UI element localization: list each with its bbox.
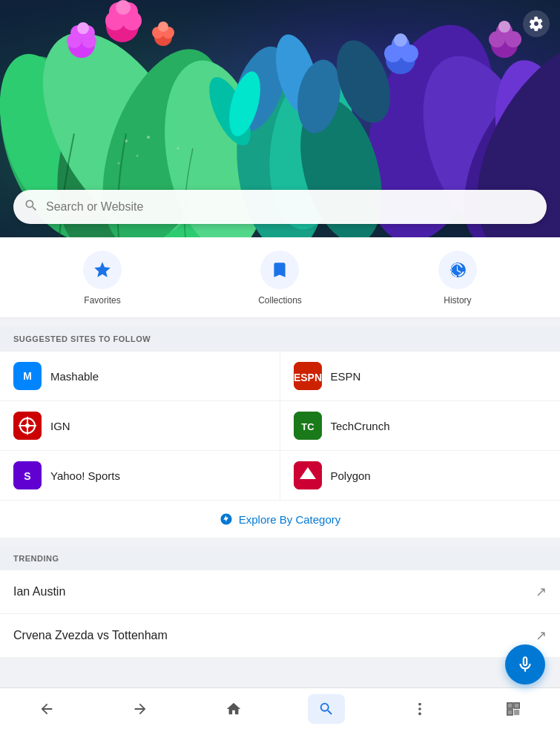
favorites-button[interactable]: Favorites [83,251,122,306]
more-icon [412,701,428,717]
site-item-techcrunch[interactable]: TC TechCrunch [280,401,561,451]
explore-label: Explore By Category [239,513,341,526]
ign-logo-svg [13,412,42,440]
star-icon [93,260,112,280]
tabs-icon [505,701,521,717]
explore-by-category-button[interactable]: Explore By Category [0,501,560,538]
polygon-logo [294,461,322,489]
svg-point-62 [25,423,30,428]
search-bar-wrapper [13,190,547,224]
site-item-polygon[interactable]: Polygon [280,451,561,501]
ign-name: IGN [50,420,70,432]
svg-text:S: S [24,470,30,482]
back-button[interactable] [28,694,65,724]
espn-logo: ESPN [294,362,322,390]
hero-banner [0,0,560,237]
sites-grid: M Mashable ESPN ESPN [0,351,560,501]
back-arrow-icon [39,701,55,717]
site-item-ign[interactable]: IGN [0,401,280,451]
site-item-yahoo-sports[interactable]: S Yahoo! Sports [0,451,280,501]
yahoo-sports-logo-svg: S [13,461,42,489]
bottom-navigation [0,687,560,729]
svg-text:ESPN: ESPN [294,372,322,383]
svg-point-55 [177,148,179,150]
svg-point-48 [498,21,510,33]
microphone-icon [515,655,535,674]
history-button[interactable]: History [438,251,477,306]
mashable-logo: M [13,362,42,390]
microphone-button[interactable] [505,644,545,685]
search-input[interactable] [13,190,547,224]
site-item-mashable[interactable]: M Mashable [0,352,280,401]
trending-item-ian-austin[interactable]: Ian Austin ↗ [0,570,560,614]
home-icon [225,701,242,717]
suggested-sites-section: SUGGESTED SITES TO FOLLOW M Mashable ESP… [0,327,560,538]
gear-icon [529,16,544,31]
trending-arrow-icon: ↗ [536,584,547,600]
site-item-espn[interactable]: ESPN ESPN [280,352,561,401]
svg-point-34 [116,0,131,15]
trending-text-ian-austin: Ian Austin [13,585,65,598]
history-label: History [444,295,471,306]
espn-logo-svg: ESPN [294,362,322,390]
svg-point-28 [77,22,89,34]
search-nav-button[interactable] [308,694,345,724]
collections-button[interactable]: Collections [258,251,302,306]
yahoo-sports-logo: S [13,461,42,489]
svg-point-52 [136,155,139,157]
trending-arrow-icon-2: ↗ [536,627,547,644]
techcrunch-name: TechCrunch [331,420,390,432]
svg-point-53 [118,162,120,165]
settings-button[interactable] [523,10,550,37]
espn-name: ESPN [331,370,361,383]
search-nav-icon [318,701,335,717]
forward-arrow-icon [132,701,148,717]
tabs-button[interactable] [495,694,532,724]
collections-label: Collections [258,295,302,306]
home-button[interactable] [215,694,252,724]
collections-icon-bg [260,251,299,289]
yahoo-sports-name: Yahoo! Sports [50,469,120,482]
explore-icon [220,512,233,526]
forward-button[interactable] [122,694,159,724]
trending-section: TRENDING Ian Austin ↗ Crvena Zvezda vs T… [0,547,560,658]
history-icon-bg [438,251,477,289]
svg-point-38 [158,22,168,32]
suggested-sites-header: SUGGESTED SITES TO FOLLOW [0,327,560,351]
svg-point-69 [418,707,421,710]
clock-icon [448,260,467,280]
svg-text:TC: TC [301,421,314,432]
quick-actions-row: Favorites Collections History [0,237,560,318]
favorites-label: Favorites [84,295,120,306]
ign-logo [13,412,42,440]
more-options-button[interactable] [401,694,438,724]
techcrunch-logo: TC [294,412,322,440]
polygon-name: Polygon [331,469,371,482]
trending-item-crvena[interactable]: Crvena Zvezda vs Tottenham ↗ [0,614,560,658]
trending-text-crvena: Crvena Zvezda vs Tottenham [13,629,168,642]
trending-header: TRENDING [0,547,560,570]
svg-point-43 [394,33,407,47]
svg-point-70 [418,702,421,705]
favorites-icon-bg [83,251,122,289]
svg-point-54 [147,136,150,139]
main-content: Favorites Collections History SUGGESTED … [0,237,560,687]
polygon-logo-svg [294,461,322,489]
svg-point-71 [418,712,421,715]
techcrunch-logo-svg: TC [294,412,322,440]
bookmark-icon [270,260,289,280]
mashable-name: Mashable [50,370,99,383]
